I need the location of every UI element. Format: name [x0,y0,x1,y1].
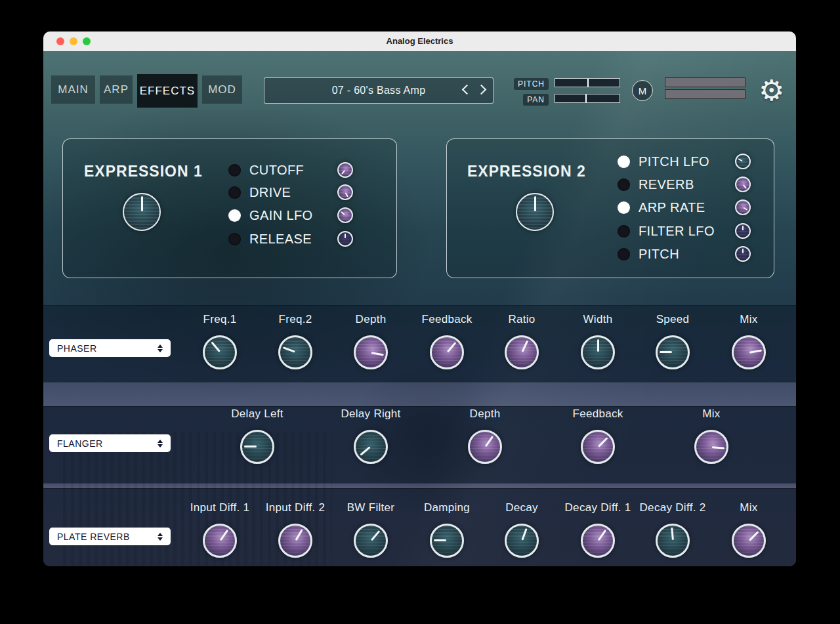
tab-main[interactable]: MAIN [51,75,95,104]
fx-knob[interactable] [581,430,615,464]
option-knob[interactable] [337,231,353,247]
pan-slider-marker [585,94,587,102]
option-label: RELEASE [249,232,312,247]
fx-knob-unit: Input Diff. 2 [259,501,331,558]
tab-arp[interactable]: ARP [100,75,133,104]
fx-knob-unit: BW Filter [335,501,407,558]
fx-knob-unit: Input Diff. 1 [184,501,256,558]
knob-pointer [501,332,541,372]
fx-knob[interactable] [694,430,728,464]
option-knob[interactable] [337,162,353,178]
fx-knob[interactable] [240,430,274,464]
fx-knob-unit: Freq.1 [184,312,256,369]
dropdown-arrows-icon [158,344,163,352]
mono-button[interactable]: M [632,80,653,101]
option-radio[interactable] [618,178,630,191]
option-label: FILTER LFO [639,224,715,239]
knob-pointer [350,520,392,562]
fx-knob-unit: Mix [675,407,747,464]
knob-pointer [517,194,553,230]
option-knob[interactable] [735,177,751,192]
option-radio[interactable] [618,248,630,260]
fx-knob-label: Width [562,312,634,327]
fx-knob-label: Speed [637,312,709,327]
fx-knob-unit: Decay Diff. 1 [562,501,634,558]
settings-gear-icon[interactable]: ⚙ [759,76,784,105]
knob-pointer [736,224,749,238]
fx-knob[interactable] [430,524,464,558]
fx-knob[interactable] [354,524,388,558]
option-knob[interactable] [735,154,751,169]
fx-knob[interactable] [656,335,690,369]
option-knob[interactable] [337,207,353,223]
option-label: PITCH LFO [639,154,709,169]
knob-pointer [727,519,770,562]
fx-knob-label: Freq.1 [184,312,256,327]
pitch-slider[interactable] [555,78,620,87]
knob-pointer [336,206,354,224]
fx-knob[interactable] [430,335,464,369]
fx-knob[interactable] [278,335,312,369]
fx-knob[interactable] [505,524,539,558]
tab-mod[interactable]: MOD [202,75,242,104]
fx-knob[interactable] [278,524,312,558]
dropdown-arrows-icon [158,533,163,541]
expression-option-row: PITCH [618,245,679,263]
fx-knob[interactable] [581,335,615,369]
fx-knob[interactable] [505,335,539,369]
option-radio[interactable] [618,201,630,214]
knob-pointer [736,247,749,260]
preset-display[interactable]: 07 - 60's Bass Amp [264,77,494,104]
fx-knob-label: Freq.2 [259,312,331,327]
preset-nav [463,86,485,93]
pan-slider[interactable] [555,94,620,103]
expression-option-row: GAIN LFO [228,206,313,224]
titlebar: Analog Electrics [43,31,796,52]
option-radio[interactable] [228,233,241,245]
fx-knob[interactable] [203,524,237,558]
fx-knob-unit: Depth [335,312,407,369]
fx-knob[interactable] [656,524,690,558]
option-radio[interactable] [228,209,241,222]
preset-prev-icon[interactable] [462,85,472,95]
option-radio[interactable] [618,225,630,238]
expression-1-macro-knob[interactable] [123,193,161,231]
option-radio[interactable] [228,164,241,177]
knob-pointer [199,520,241,562]
expression-option-row: REVERB [618,175,694,194]
fx-selector-flanger[interactable]: FLANGER [49,434,171,452]
fx-knob[interactable] [468,430,502,464]
fx-selector-label: PLATE REVERB [57,531,158,542]
expression-2-panel: EXPRESSION 2 PITCH LFO REVERB ARP RATE [446,138,774,278]
fx-selector-phaser[interactable]: PHASER [49,339,171,357]
knob-pointer [695,430,728,463]
preset-next-icon[interactable] [476,85,487,95]
tab-effects[interactable]: EFFECTS [137,74,198,108]
option-radio[interactable] [618,156,630,168]
option-knob[interactable] [735,199,751,215]
pan-label: PAN [523,94,549,106]
option-radio[interactable] [228,186,241,199]
fx-knob[interactable] [732,335,766,369]
meter-bar-1 [665,77,746,87]
fx-knob[interactable] [354,335,388,369]
knob-pointer [734,152,751,170]
fx-knob[interactable] [354,430,388,464]
fx-knob-unit: Width [562,312,634,369]
fx-knob-label: Feedback [562,407,634,421]
option-knob[interactable] [735,223,751,239]
fx-selector-plate-reverb[interactable]: PLATE REVERB [49,528,171,545]
knob-pointer [339,232,352,245]
option-knob[interactable] [337,184,353,200]
fx-knob[interactable] [732,524,766,558]
option-knob[interactable] [735,246,751,262]
dropdown-arrows-icon [158,440,163,447]
fx-knob[interactable] [203,335,237,369]
knob-pointer [432,526,462,556]
meter-bar-2 [665,89,746,99]
knob-pointer [658,337,688,367]
knob-pointer [464,426,506,468]
expression-option-row: ARP RATE [618,198,705,217]
expression-2-macro-knob[interactable] [516,193,554,231]
fx-knob[interactable] [581,524,615,558]
